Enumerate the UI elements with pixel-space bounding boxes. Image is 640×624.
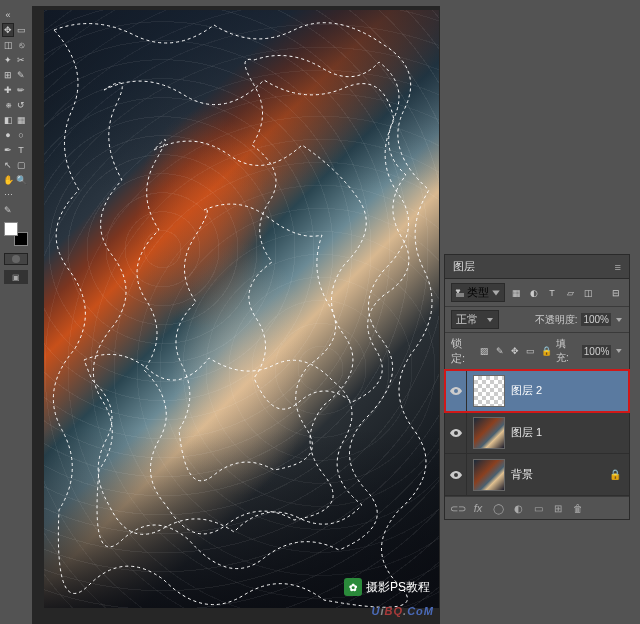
layer-list: 图层 2 图层 1 背景 🔒 — [445, 370, 629, 496]
tools-panel: « ✥ ▭ ◫ ⎋ ✦ ✂ ⊞ ✎ ✚ ✏ ⎈ ↺ ◧ ▦ ● ○ ✒ T ↖ … — [0, 6, 30, 288]
hand-tool[interactable]: ✋ — [2, 173, 14, 187]
layer-thumbnail[interactable] — [473, 459, 505, 491]
fill-value[interactable]: 100% — [582, 345, 612, 358]
zoom-tool[interactable]: 🔍 — [15, 173, 27, 187]
artboard-tool[interactable]: ▭ — [15, 23, 27, 37]
panel-menu-icon[interactable]: ≡ — [615, 261, 621, 273]
filter-toggle-switch[interactable]: ⊟ — [609, 286, 623, 300]
foreground-color[interactable] — [4, 222, 18, 236]
path-tool[interactable]: ↖ — [2, 158, 14, 172]
filter-shape-icon[interactable]: ▱ — [563, 286, 577, 300]
pen-tool[interactable]: ✒ — [2, 143, 14, 157]
screen-mode-button[interactable]: ▣ — [4, 270, 28, 284]
eraser-tool[interactable]: ◧ — [2, 113, 14, 127]
lock-position-icon[interactable]: ✥ — [510, 345, 521, 357]
lock-transparent-icon[interactable]: ▨ — [479, 345, 490, 357]
fill-label: 填充: — [556, 337, 578, 365]
opacity-value[interactable]: 100% — [581, 313, 611, 326]
layer-row[interactable]: 背景 🔒 — [445, 454, 629, 496]
dodge-tool[interactable]: ○ — [15, 128, 27, 142]
blend-mode-row: 正常 不透明度: 100% — [445, 307, 629, 333]
blend-mode-value: 正常 — [456, 312, 478, 327]
layer-name[interactable]: 背景 — [511, 467, 533, 482]
trash-icon[interactable]: 🗑 — [571, 501, 585, 515]
layer-thumbnail[interactable] — [473, 417, 505, 449]
wand-tool[interactable]: ✦ — [2, 53, 14, 67]
watermark-wechat: ✿ 摄影PS教程 — [344, 578, 430, 596]
visibility-toggle[interactable] — [445, 370, 467, 411]
brush-tool[interactable]: ✏ — [15, 83, 27, 97]
gradient-tool[interactable]: ▦ — [15, 113, 27, 127]
lasso-tool[interactable]: ⎋ — [15, 38, 27, 52]
quick-mask-toggle[interactable] — [4, 253, 28, 265]
marquee-tool[interactable]: ◫ — [2, 38, 14, 52]
opacity-label: 不透明度: — [535, 313, 578, 327]
lock-label: 锁定: — [451, 336, 475, 366]
filter-pixel-icon[interactable]: ▦ — [509, 286, 523, 300]
adjustment-icon[interactable]: ◐ — [511, 501, 525, 515]
layers-panel-footer: ⊂⊃ fx ◯ ◐ ▭ ⊞ 🗑 — [445, 496, 629, 519]
watermark-site: UiBQ.CoM — [372, 597, 434, 620]
filter-type-label: 类型 — [467, 285, 489, 300]
visibility-toggle[interactable] — [445, 454, 467, 495]
edit-toolbar[interactable]: ✎ — [2, 203, 14, 217]
fx-icon[interactable]: fx — [471, 501, 485, 515]
selection-marquee — [44, 10, 439, 608]
lock-icon: 🔒 — [609, 469, 621, 480]
lock-pixels-icon[interactable]: ✎ — [494, 345, 505, 357]
filter-smart-icon[interactable]: ◫ — [581, 286, 595, 300]
new-layer-icon[interactable]: ⊞ — [551, 501, 565, 515]
lock-artboard-icon[interactable]: ▭ — [525, 345, 536, 357]
opacity-dropdown-icon[interactable] — [615, 316, 623, 324]
watermark-text: 摄影PS教程 — [366, 579, 430, 596]
link-layers-icon[interactable]: ⊂⊃ — [451, 501, 465, 515]
filter-type-dropdown[interactable]: 类型 — [451, 283, 505, 302]
frame-tool[interactable]: ⊞ — [2, 68, 14, 82]
layer-name[interactable]: 图层 2 — [511, 383, 542, 398]
type-tool[interactable]: T — [15, 143, 27, 157]
stamp-tool[interactable]: ⎈ — [2, 98, 14, 112]
layer-filter-row: 类型 ▦ ◐ T ▱ ◫ ⊟ — [445, 279, 629, 307]
layers-panel-title: 图层 — [453, 259, 475, 274]
collapse-icon[interactable]: « — [2, 8, 14, 22]
canvas-area — [32, 6, 440, 624]
history-brush-tool[interactable]: ↺ — [15, 98, 27, 112]
lock-row: 锁定: ▨ ✎ ✥ ▭ 🔒 填充: 100% — [445, 333, 629, 370]
filter-adjust-icon[interactable]: ◐ — [527, 286, 541, 300]
mask-icon[interactable]: ◯ — [491, 501, 505, 515]
wechat-icon: ✿ — [344, 578, 362, 596]
blur-tool[interactable]: ● — [2, 128, 14, 142]
lock-all-icon[interactable]: 🔒 — [541, 345, 552, 357]
layer-name[interactable]: 图层 1 — [511, 425, 542, 440]
layer-row[interactable]: 图层 2 — [445, 370, 629, 412]
eyedropper-tool[interactable]: ✎ — [15, 68, 27, 82]
shape-tool[interactable]: ▢ — [15, 158, 27, 172]
more-tools[interactable]: ⋯ — [2, 188, 14, 202]
document-canvas[interactable] — [44, 10, 439, 608]
move-tool[interactable]: ✥ — [2, 23, 14, 37]
layers-panel-header: 图层 ≡ — [445, 255, 629, 279]
filter-type-icon[interactable]: T — [545, 286, 559, 300]
group-icon[interactable]: ▭ — [531, 501, 545, 515]
fill-dropdown-icon[interactable] — [615, 347, 623, 355]
layer-thumbnail[interactable] — [473, 375, 505, 407]
visibility-toggle[interactable] — [445, 412, 467, 453]
layer-row[interactable]: 图层 1 — [445, 412, 629, 454]
color-swatches[interactable] — [4, 222, 28, 246]
layers-panel: 图层 ≡ 类型 ▦ ◐ T ▱ ◫ ⊟ 正常 不透明度: 100% 锁定: ▨ … — [444, 254, 630, 520]
crop-tool[interactable]: ✂ — [15, 53, 27, 67]
blend-mode-dropdown[interactable]: 正常 — [451, 310, 499, 329]
heal-tool[interactable]: ✚ — [2, 83, 14, 97]
